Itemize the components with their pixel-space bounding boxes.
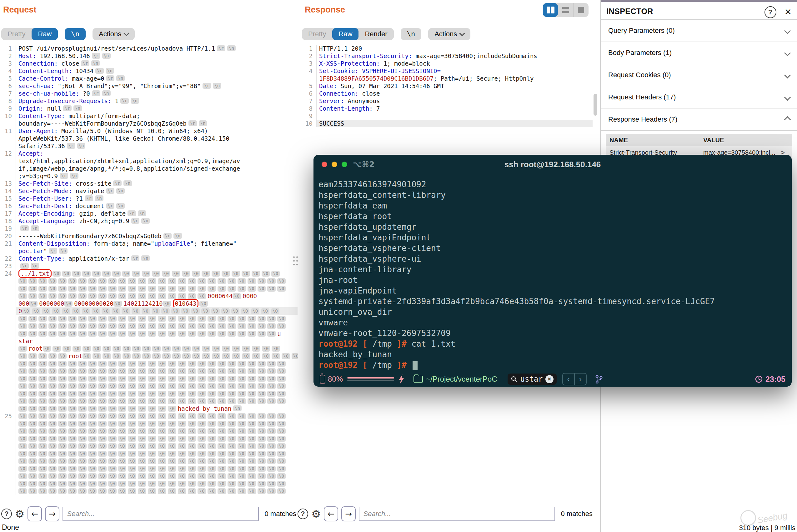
clear-search-icon[interactable]: ✕ — [545, 375, 553, 383]
null-byte-chip: \0 — [49, 466, 57, 472]
layout-rows-button[interactable] — [558, 3, 573, 17]
null-byte-chip: \0 — [108, 361, 117, 367]
null-byte-chip: \0 — [267, 331, 276, 337]
null-byte-chip: \0 — [52, 308, 60, 314]
null-byte-chip: \0 — [228, 428, 236, 434]
terminal-window[interactable]: ⌥⌘2 ssh root@192.168.50.146 eam253374616… — [314, 155, 792, 387]
tab-response-render[interactable]: Render — [359, 28, 394, 40]
null-byte-chip: \0 — [168, 368, 176, 374]
code-line: ;v=b3;q=0.9\r\n — [1, 172, 298, 180]
null-byte-chip: \0 — [277, 383, 286, 389]
terminal-text: jna-vapiEndpoint — [319, 286, 397, 296]
null-byte-chip: \0 — [197, 278, 206, 284]
code-line: \0\0\0\0\0\0\0\0\0\0\0\0\0\0\0\0\0\0\0\0… — [1, 480, 298, 487]
response-search-input[interactable] — [359, 507, 555, 521]
null-byte-chip: \0 — [128, 323, 136, 329]
terminal-search-field[interactable]: ustar ✕ — [508, 374, 556, 385]
code-line: 3Connection: close\r\n — [1, 60, 298, 67]
code-text: poc.tar — [18, 248, 43, 254]
null-byte-chip: \0 — [168, 413, 176, 419]
inspector-section-query-parameters[interactable]: Query Parameters (0) — [601, 20, 797, 42]
null-byte-chip: \0 — [168, 391, 176, 397]
null-byte-chip: \0 — [53, 346, 61, 352]
terminal-line: vmware-root_1120-2697532709 — [319, 328, 787, 339]
null-byte-chip: \0 — [138, 451, 146, 457]
null-byte-chip: \0 — [172, 271, 181, 277]
code-line: 12Accept: — [1, 150, 298, 157]
tab-request-pretty[interactable]: Pretty — [1, 28, 32, 40]
null-byte-chip: \0 — [277, 428, 286, 434]
next-match-button[interactable]: › — [574, 373, 587, 385]
inspector-section-request-headers[interactable]: Request Headers (17) — [601, 86, 797, 109]
null-byte-chip: \0 — [158, 293, 166, 299]
help-icon[interactable]: ? — [764, 6, 776, 18]
null-byte-chip: \0 — [168, 406, 176, 412]
gear-icon[interactable]: ⚙ — [311, 509, 321, 519]
null-byte-chip: \0 — [88, 323, 97, 329]
prev-match-button[interactable]: ← — [324, 506, 338, 521]
code-line: \0\0\0\0\0\0\0\0\0\0\0\0\0\0\0\0\0\0\0\0… — [1, 435, 298, 442]
null-byte-chip: \0 — [200, 301, 208, 307]
null-byte-chip: \0 — [68, 473, 77, 479]
code-text: "; filename=" — [190, 240, 236, 247]
next-match-button[interactable]: → — [45, 506, 59, 521]
layout-columns-button[interactable] — [543, 3, 558, 17]
null-byte-chip: \0 — [58, 488, 67, 494]
null-byte-chip: \0 — [277, 398, 286, 404]
inspector-title: INSPECTOR — [606, 7, 653, 16]
null-byte-chip: \0 — [78, 451, 87, 457]
layout-single-button[interactable] — [573, 3, 589, 17]
tab-request-newline-toggle[interactable]: \n — [65, 28, 86, 40]
null-byte-chip: \0 — [148, 481, 156, 487]
request-actions-button[interactable]: Actions — [93, 28, 135, 40]
null-byte-chip: \0 — [29, 293, 37, 299]
null-byte-chip: \0 — [49, 436, 57, 442]
prev-match-button[interactable]: ‹ — [562, 373, 574, 385]
escape-chip: \r — [113, 180, 121, 186]
null-byte-chip: \0 — [178, 331, 186, 337]
line-number: 3 — [1, 60, 12, 67]
inspector-section-body-parameters[interactable]: Body Parameters (1) — [601, 42, 797, 64]
null-byte-chip: \0 — [267, 398, 276, 404]
null-byte-chip: \0 — [42, 308, 50, 314]
response-actions-button[interactable]: Actions — [428, 28, 470, 40]
null-byte-chip: \0 — [238, 316, 246, 322]
code-text: uploadFile — [154, 240, 190, 247]
null-byte-chip: \0 — [118, 466, 127, 472]
null-byte-chip: \0 — [78, 481, 87, 487]
null-byte-chip: \0 — [118, 376, 127, 382]
next-match-button[interactable]: → — [341, 506, 356, 521]
code-text: ";Not A Brand";v="99", "Chromium";v="88" — [54, 82, 201, 89]
null-byte-chip: \0 — [168, 323, 176, 329]
code-line: \0\0\0\0\0root\0\0\0\0\0\0\0\0\0\0\0\0\0… — [1, 352, 298, 360]
response-scrollbar-thumb[interactable] — [593, 94, 597, 116]
null-byte-chip: \0 — [58, 406, 67, 412]
null-byte-chip: \0 — [208, 421, 216, 427]
layout-switcher — [543, 3, 589, 17]
null-byte-chip: \0 — [238, 368, 246, 374]
null-byte-chip: \0 — [271, 308, 280, 314]
prev-match-button[interactable]: ← — [27, 506, 42, 521]
help-icon[interactable]: ? — [1, 509, 12, 519]
prompt-text: [ — [358, 339, 372, 348]
null-byte-chip: \0 — [267, 316, 276, 322]
panel-splitter-handle[interactable] — [293, 256, 299, 267]
inspector-section-request-cookies[interactable]: Request Cookies (0) — [601, 64, 797, 86]
null-byte-chip: \0 — [58, 413, 67, 419]
null-byte-chip: \0 — [248, 421, 256, 427]
code-text: 14021124210 — [124, 300, 163, 307]
inspector-section-response-headers[interactable]: Response Headers (7) — [601, 109, 797, 131]
null-byte-chip: \0 — [197, 398, 206, 404]
tab-request-raw[interactable]: Raw — [32, 28, 58, 40]
tab-response-raw[interactable]: Raw — [332, 28, 359, 40]
tab-response-newline-toggle[interactable]: \n — [401, 28, 422, 40]
null-byte-chip: \0 — [58, 391, 67, 397]
gear-icon[interactable]: ⚙ — [15, 509, 24, 519]
null-byte-chip: \0 — [29, 488, 37, 494]
code-line: 10Content-Type: multipart/form-data; — [1, 112, 298, 120]
request-editor[interactable]: 1POST /ui/vropspluginui/rest/services/up… — [1, 45, 298, 504]
tab-response-pretty[interactable]: Pretty — [302, 28, 332, 40]
help-icon[interactable]: ? — [298, 509, 308, 519]
request-search-input[interactable] — [62, 507, 259, 521]
close-icon[interactable]: ✕ — [784, 7, 792, 18]
